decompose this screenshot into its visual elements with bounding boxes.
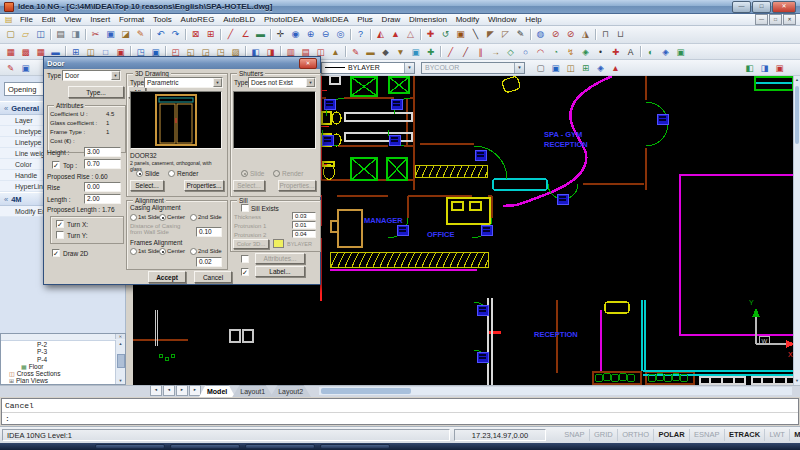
drawing-3d-type-select[interactable]: Parametric ▼: [144, 77, 223, 88]
taskbar-item[interactable]: [170, 444, 240, 449]
toolbar-icon[interactable]: ◔: [548, 46, 563, 58]
menu-tools[interactable]: Tools: [149, 15, 176, 24]
tab-model[interactable]: Model: [199, 385, 235, 397]
toolbar-icon[interactable]: ✎: [348, 46, 363, 58]
tree-item-p-2[interactable]: P-2: [1, 341, 125, 348]
status-toggle-etrack[interactable]: ETRACK: [725, 429, 766, 441]
toolbar-icon[interactable]: ✎: [3, 62, 18, 74]
sill-exists-checkbox[interactable]: [241, 204, 249, 212]
status-toggle-polar[interactable]: POLAR: [654, 429, 690, 441]
toolbar-icon[interactable]: •: [593, 46, 608, 58]
menu-autobld[interactable]: AutoBLD: [219, 15, 260, 24]
frames-2nd-side-radio[interactable]: [190, 248, 197, 255]
type-button[interactable]: Type...: [68, 86, 124, 98]
toolbar-icon[interactable]: ⊞: [578, 62, 593, 74]
dialog-titlebar[interactable]: Door ✕: [44, 57, 320, 69]
scroll-up-icon[interactable]: ▲: [116, 340, 125, 347]
sill-thickness-field[interactable]: 0.03: [292, 212, 316, 220]
toolbar-icon[interactable]: ▣: [673, 46, 688, 58]
toolbar-icon[interactable]: ▩: [18, 46, 33, 58]
linetype-select[interactable]: BYLAYER ▼: [321, 62, 415, 74]
status-toggle-esnap[interactable]: ESNAP: [690, 429, 725, 441]
text-icon[interactable]: A: [623, 46, 638, 58]
door-type-select[interactable]: Door ▼: [62, 70, 121, 81]
toolbar-icon[interactable]: ◨: [757, 62, 772, 74]
tab-nav-first[interactable]: ◂: [150, 385, 162, 396]
toolbar-icon[interactable]: ▲: [608, 62, 623, 74]
tree-item-cross-sections[interactable]: ◫Cross Sections: [1, 370, 125, 377]
line-icon[interactable]: ╱: [223, 28, 238, 41]
tab-nav-previous[interactable]: ◂: [163, 385, 175, 396]
cut-icon[interactable]: ✂: [88, 28, 103, 41]
frames-1st-side-radio[interactable]: [130, 248, 137, 255]
toolbar-icon[interactable]: ◫: [563, 62, 578, 74]
toolbar-icon[interactable]: ▣: [453, 28, 468, 41]
toolbar-icon[interactable]: ✚: [608, 46, 623, 58]
color-select[interactable]: BYCOLOR ▼: [421, 62, 525, 74]
height-field[interactable]: 3.00: [84, 147, 121, 157]
tree-item-p-4[interactable]: P-4: [1, 356, 125, 363]
frames-center-radio[interactable]: [159, 248, 166, 255]
menu-autoreg[interactable]: AutoREG: [176, 15, 219, 24]
toolbar-icon[interactable]: ▣: [408, 46, 423, 58]
taskbar-item[interactable]: [320, 444, 390, 449]
menu-dimension[interactable]: Dimension: [405, 15, 452, 24]
toolbar-icon[interactable]: ▣: [18, 62, 33, 74]
menu-file[interactable]: File: [16, 15, 38, 24]
menu-edit[interactable]: Edit: [37, 15, 60, 24]
dropdown-icon[interactable]: ▼: [111, 71, 120, 80]
tab-layout1[interactable]: Layout1: [232, 385, 273, 397]
frames-distance-field[interactable]: 0.02: [196, 257, 222, 267]
maximize-button[interactable]: □: [752, 1, 771, 13]
zoom-realtime-icon[interactable]: ◉: [288, 28, 303, 41]
toolbar-icon[interactable]: ◈: [658, 46, 673, 58]
draw-line-icon[interactable]: ╱: [443, 46, 458, 58]
tree-item-p-3[interactable]: P-3: [1, 348, 125, 355]
toolbar-icon[interactable]: ◐: [643, 46, 658, 58]
toolbar-icon[interactable]: ◭: [373, 28, 388, 41]
toolbar-icon[interactable]: ◸: [498, 28, 513, 41]
toolbar-icon[interactable]: ◇: [503, 46, 518, 58]
drawing-horizontal-scrollbar[interactable]: [319, 387, 792, 395]
section-collapse-icon[interactable]: «: [4, 104, 8, 113]
mdi-restore-button[interactable]: □: [769, 14, 782, 25]
angle-icon[interactable]: ∠: [238, 28, 253, 41]
drawing-vertical-scrollbar[interactable]: ▲ ▼: [793, 76, 800, 385]
draw-2d-checkbox[interactable]: ✓: [52, 249, 60, 257]
tree-item-plan-views[interactable]: ⊞Plan Views: [1, 377, 125, 384]
menu-modify[interactable]: Modify: [451, 15, 483, 24]
toolbar-icon[interactable]: ⊘: [548, 28, 563, 41]
menu-window[interactable]: Window: [484, 15, 521, 24]
toolbar-icon[interactable]: ◤: [483, 28, 498, 41]
scroll-down-icon[interactable]: ▼: [794, 377, 800, 385]
help-icon[interactable]: ?: [353, 28, 368, 41]
toolbar-icon[interactable]: ▼: [393, 46, 408, 58]
toolbar-icon[interactable]: △: [403, 28, 418, 41]
vertical-scroll-thumb[interactable]: [795, 86, 799, 144]
pan-icon[interactable]: ✛: [273, 28, 288, 41]
dropdown-icon[interactable]: ▼: [213, 78, 222, 87]
paste-icon[interactable]: ◪: [118, 28, 133, 41]
attributes-checkbox[interactable]: [241, 255, 249, 263]
toolbar-icon[interactable]: ▦: [3, 46, 18, 58]
mdi-close-button[interactable]: ✕: [783, 14, 796, 25]
dropdown-icon[interactable]: ▼: [404, 63, 414, 73]
tree-scrollbar[interactable]: ▲ ▼: [115, 340, 125, 384]
toolbar-icon[interactable]: ↯: [563, 46, 578, 58]
toolbar-icon[interactable]: ⊓: [598, 28, 613, 41]
toolbar-icon[interactable]: ▣: [772, 62, 787, 74]
menu-photoidea[interactable]: PhotoIDEA: [260, 15, 308, 24]
casing-center-radio[interactable]: [159, 214, 166, 221]
copy-icon[interactable]: ▣: [103, 28, 118, 41]
taskbar-item[interactable]: [245, 444, 315, 449]
drawing-3d-slide-radio[interactable]: [136, 170, 143, 177]
toolbar-icon[interactable]: ↺: [438, 28, 453, 41]
toolbar-icon[interactable]: ◧: [742, 62, 757, 74]
toolbar-icon[interactable]: ✎: [513, 28, 528, 41]
status-toggle-model[interactable]: MODEL: [790, 429, 800, 441]
tab-nav-next[interactable]: ▸: [176, 385, 188, 396]
length-field[interactable]: 2.00: [84, 194, 121, 204]
dropdown-icon[interactable]: ▼: [306, 78, 315, 87]
status-toggle-grid[interactable]: GRID: [590, 429, 618, 441]
draw-arc-icon[interactable]: ◠: [533, 46, 548, 58]
